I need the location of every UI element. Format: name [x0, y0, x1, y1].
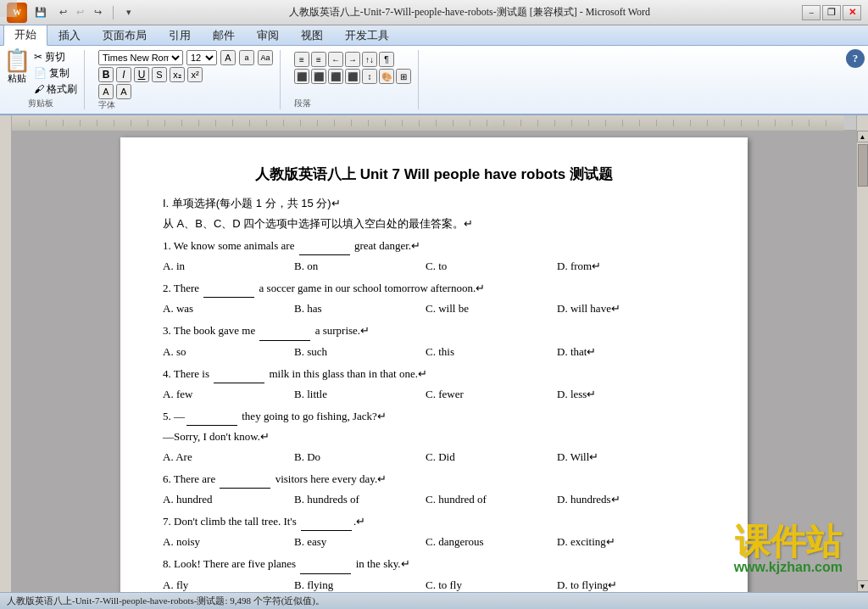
customize-button[interactable]: ▾: [120, 4, 137, 21]
indent-decrease-button[interactable]: ←: [328, 52, 343, 67]
scrollbar-right[interactable]: ▲ ▼: [856, 131, 868, 592]
ribbon: 📋 粘贴 ✂ 剪切 📄 复制 🖌 格式刷 剪贴板 Times New Roman: [0, 46, 868, 115]
document-page: 人教版英语八上 Unit 7 Will people have robots 测…: [120, 137, 748, 592]
section1-header1: I. 单项选择(每小题 1 分，共 15 分)↵: [163, 194, 705, 213]
tab-developer[interactable]: 开发工具: [334, 25, 400, 45]
undo-button[interactable]: ↩: [54, 4, 71, 21]
shading-button[interactable]: 🎨: [379, 69, 394, 84]
answer-4: A. few B. little C. fewer D. less↵: [163, 385, 705, 404]
window-title: 人教版英语八上-Unit-7-Will-people-have-robots-测…: [137, 5, 802, 20]
help-icon[interactable]: ?: [846, 49, 865, 68]
superscript-button[interactable]: x²: [187, 67, 203, 82]
scroll-up-arrow[interactable]: ▲: [857, 131, 869, 142]
font-shrink-button[interactable]: a: [239, 50, 254, 65]
font-grow-button[interactable]: A: [220, 50, 236, 65]
subscript-button[interactable]: x₂: [170, 67, 185, 82]
question-4: 4. There is milk in this glass than in t…: [163, 365, 705, 383]
tab-review[interactable]: 审阅: [246, 25, 290, 45]
question-8: 8. Look! There are five planes in the sk…: [163, 555, 705, 573]
bold-button[interactable]: B: [98, 67, 114, 82]
copy-button[interactable]: 📄 复制: [34, 66, 77, 81]
question-7: 7. Don't climb the tall tree. It's .↵: [163, 512, 705, 531]
bullet-list-button[interactable]: ≡: [294, 52, 309, 67]
tab-layout[interactable]: 页面布局: [92, 25, 158, 45]
numbered-list-button[interactable]: ≡: [311, 52, 326, 67]
document-title: 人教版英语八上 Unit 7 Will people have robots 测…: [163, 163, 705, 187]
answer-2: A. was B. has C. will be D. will have↵: [163, 299, 705, 318]
answer-6: A. hundred B. hundreds of C. hundred of …: [163, 490, 705, 509]
sort-button[interactable]: ↑↓: [362, 52, 377, 67]
answer-7: A. noisy B. easy C. dangerous D. excitin…: [163, 533, 705, 551]
format-painter-button[interactable]: 🖌 格式刷: [34, 82, 77, 97]
show-marks-button[interactable]: ¶: [379, 52, 394, 67]
line-spacing-button[interactable]: ↕: [362, 69, 377, 84]
indent-increase-button[interactable]: →: [345, 52, 360, 67]
section1-header2: 从 A、B、C、D 四个选项中选择可以填入空白处的最佳答案。↵: [163, 215, 705, 233]
scroll-down-arrow[interactable]: ▼: [857, 580, 869, 592]
scroll-thumb[interactable]: [858, 144, 868, 187]
italic-button[interactable]: I: [116, 67, 131, 82]
font-family-select[interactable]: Times New Roman: [98, 50, 183, 65]
tab-start[interactable]: 开始: [3, 25, 47, 46]
answer-1: A. in B. on C. to D. from↵: [163, 257, 705, 276]
cut-button[interactable]: ✂ 剪切: [34, 50, 77, 64]
font-size-select[interactable]: 12: [186, 50, 217, 65]
answer-8: A. fly B. flying C. to fly D. to flying↵: [163, 576, 705, 592]
underline-button[interactable]: U: [134, 67, 149, 82]
document-area: 人教版英语八上 Unit 7 Will people have robots 测…: [12, 131, 856, 592]
paste-button[interactable]: 📋 粘贴: [3, 50, 31, 85]
answer-5: A. Are B. Do C. Did D. Will↵: [163, 448, 705, 467]
question-5-dialogue: —Sorry, I don't know.↵: [163, 427, 705, 446]
save-button[interactable]: 💾: [32, 4, 49, 21]
justify-button[interactable]: ⬛: [345, 69, 360, 84]
redo-button[interactable]: ↪: [89, 4, 106, 21]
watermark-line1: 课件站: [734, 524, 843, 560]
watermark-line2: www.kjzhan.com: [734, 560, 843, 575]
close-button[interactable]: ✕: [843, 5, 861, 20]
font-color-button[interactable]: A: [116, 84, 131, 99]
strikethrough-button[interactable]: S: [152, 67, 167, 82]
ribbon-tabs: 开始 插入 页面布局 引用 邮件 审阅 视图 开发工具: [0, 25, 868, 46]
borders-button[interactable]: ⊞: [396, 69, 411, 84]
question-5: 5. — they going to go fishing, Jack?↵: [163, 407, 705, 426]
question-6: 6. There are visitors here every day.↵: [163, 470, 705, 489]
align-center-button[interactable]: ⬛: [311, 69, 326, 84]
answer-3: A. so B. such C. this D. that↵: [163, 343, 705, 361]
text-highlight-button[interactable]: A: [98, 84, 114, 99]
tab-insert[interactable]: 插入: [47, 25, 92, 45]
tab-mail[interactable]: 邮件: [202, 25, 246, 45]
status-bar: 人教版英语八上-Unit-7-Will-people-have-robots-测…: [0, 592, 868, 609]
clear-format-button[interactable]: Aa: [258, 50, 273, 65]
tab-reference[interactable]: 引用: [158, 25, 202, 45]
left-ruler: [0, 131, 12, 592]
tab-view[interactable]: 视图: [290, 25, 334, 45]
question-1: 1. We know some animals are great danger…: [163, 237, 705, 255]
align-right-button[interactable]: ⬛: [328, 69, 343, 84]
question-3: 3. The book gave me a surprise.↵: [163, 321, 705, 340]
restore-button[interactable]: ❐: [822, 5, 841, 20]
align-left-button[interactable]: ⬛: [294, 69, 309, 84]
watermark: 课件站 www.kjzhan.com: [734, 524, 843, 575]
minimize-button[interactable]: −: [802, 5, 821, 20]
status-text: 人教版英语八上-Unit-7-Will-people-have-robots-测…: [7, 595, 325, 607]
title-bar: W 💾 ↩ ↩ ↪ ▾ 人教版英语八上-Unit-7-Will-people-h…: [0, 0, 868, 25]
question-2: 2. There a soccer game in our school tom…: [163, 279, 705, 298]
